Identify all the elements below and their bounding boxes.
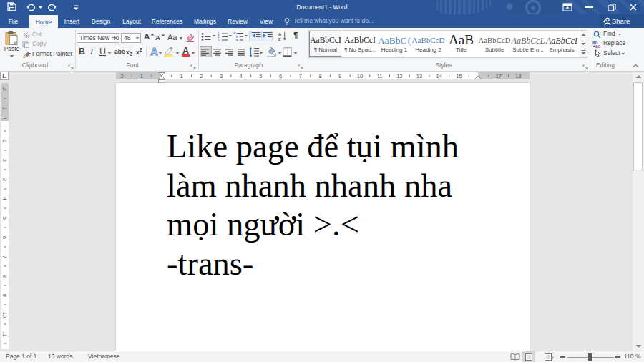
svg-text:17: 17 bbox=[496, 73, 502, 79]
svg-text:9: 9 bbox=[1, 294, 8, 297]
svg-text:Z: Z bbox=[278, 37, 281, 41]
svg-text:5: 5 bbox=[1, 217, 8, 220]
svg-text:4: 4 bbox=[240, 73, 243, 79]
svg-text:10: 10 bbox=[1, 312, 8, 318]
svg-text:7: 7 bbox=[1, 255, 8, 258]
svg-text:A: A bbox=[278, 32, 282, 36]
svg-text:6: 6 bbox=[1, 236, 8, 239]
svg-text:1: 1 bbox=[180, 73, 183, 79]
svg-text:2: 2 bbox=[200, 73, 203, 79]
svg-text:3: 3 bbox=[220, 73, 223, 79]
svg-text:3.: 3. bbox=[218, 39, 220, 42]
svg-text:4: 4 bbox=[1, 197, 8, 200]
svg-text:2: 2 bbox=[1, 159, 8, 162]
svg-text:15: 15 bbox=[456, 73, 462, 79]
svg-text:1: 1 bbox=[1, 107, 8, 110]
svg-text:8: 8 bbox=[1, 275, 8, 278]
svg-text:8: 8 bbox=[318, 73, 321, 79]
svg-text:2: 2 bbox=[1, 87, 8, 90]
svg-text:1: 1 bbox=[1, 140, 8, 142]
svg-text:12: 12 bbox=[396, 73, 402, 79]
svg-text:18: 18 bbox=[515, 73, 521, 79]
svg-text:10: 10 bbox=[357, 73, 363, 79]
svg-text:11: 11 bbox=[377, 73, 383, 79]
svg-text:ac: ac bbox=[595, 44, 601, 49]
svg-text:9: 9 bbox=[338, 73, 341, 79]
svg-text:A: A bbox=[150, 47, 157, 57]
svg-text:5: 5 bbox=[259, 73, 262, 79]
svg-text:13: 13 bbox=[416, 73, 422, 79]
svg-text:6: 6 bbox=[279, 73, 282, 79]
svg-text:14: 14 bbox=[436, 73, 442, 79]
svg-text:1: 1 bbox=[140, 73, 143, 79]
svg-text:3: 3 bbox=[1, 178, 8, 181]
svg-text:11: 11 bbox=[1, 331, 8, 337]
svg-text:7: 7 bbox=[299, 73, 302, 79]
svg-text:2: 2 bbox=[120, 73, 123, 79]
